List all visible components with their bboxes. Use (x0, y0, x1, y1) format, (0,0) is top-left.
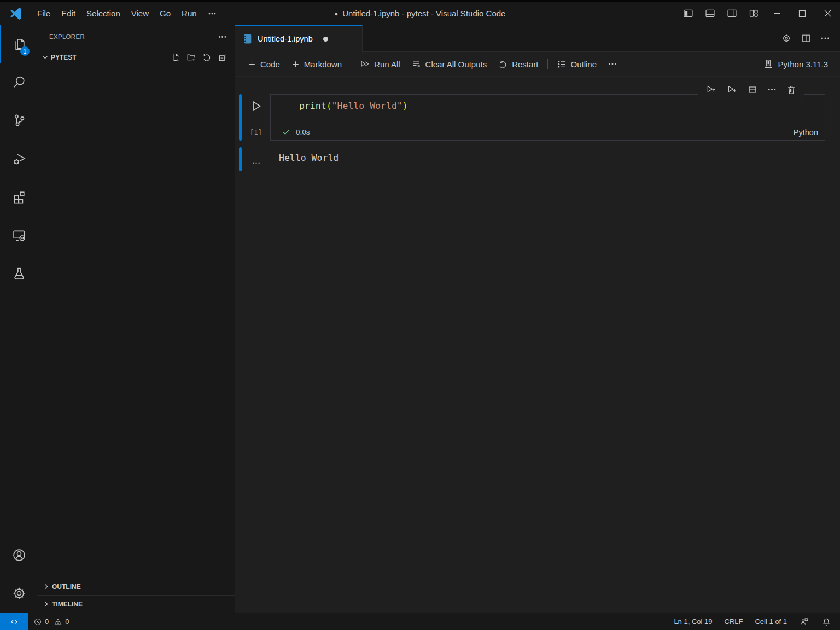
outline-button[interactable]: Outline (551, 56, 603, 72)
delete-cell-icon[interactable] (786, 84, 797, 95)
execute-above-icon[interactable] (705, 84, 717, 95)
cell-editor[interactable]: print("Hello World") 0.0s Python (270, 94, 825, 141)
titlebar: File Edit Selection View Go Run ● Untitl… (0, 0, 840, 25)
remote-explorer-icon (11, 228, 27, 243)
extensions-icon (11, 189, 27, 205)
activity-search[interactable] (0, 63, 38, 101)
editor-more-actions-icon[interactable] (820, 33, 830, 43)
minimize-button[interactable] (765, 3, 790, 24)
menu-view[interactable]: View (126, 6, 154, 21)
menu-edit[interactable]: Edit (56, 6, 81, 21)
activity-accounts[interactable] (0, 536, 38, 574)
sidebar-explorer: EXPLORER PYTEST (38, 25, 235, 612)
cursor-position[interactable]: Ln 1, Col 19 (668, 613, 718, 630)
chevron-right-icon (42, 582, 51, 591)
cell-gutter: [1] (242, 94, 270, 141)
add-code-label: Code (260, 60, 280, 69)
activity-remote-explorer[interactable] (0, 216, 38, 254)
problems-indicator[interactable]: 0 0 (28, 613, 74, 630)
sidebar-section-timeline[interactable]: TIMELINE (38, 595, 235, 612)
new-folder-icon[interactable] (186, 52, 196, 62)
cell-position-indicator[interactable]: Cell 1 of 1 (749, 613, 793, 630)
eol-indicator[interactable]: CRLF (719, 613, 749, 630)
window-title: ● Untitled-1.ipynb - pytest - Visual Stu… (335, 9, 506, 18)
notebook-settings-gear-icon[interactable] (781, 33, 792, 44)
tab-dirty-dot-icon[interactable] (323, 37, 328, 42)
explorer-badge: 1 (20, 46, 30, 56)
sidebar-section-pytest[interactable]: PYTEST (38, 49, 235, 66)
restart-label: Restart (512, 60, 538, 69)
status-bar: 0 0 Ln 1, Col 19 CRLF Cell 1 of 1 (0, 612, 840, 630)
cell-execution-duration: 0.0s (296, 128, 310, 136)
timeline-section-label: TIMELINE (52, 600, 83, 608)
toolbar-separator (547, 59, 548, 69)
activity-testing[interactable] (0, 254, 38, 293)
close-button[interactable] (815, 3, 840, 24)
code-cell[interactable]: [1] print("Hello World") 0.0s Python (239, 94, 840, 141)
menu-selection[interactable]: Selection (81, 6, 126, 21)
project-folder-name: PYTEST (51, 54, 77, 61)
customize-layout-icon[interactable] (743, 3, 765, 24)
toggle-secondary-sidebar-icon[interactable] (721, 3, 743, 24)
kernel-picker[interactable]: Python 3.11.3 (763, 59, 840, 69)
cell-output[interactable]: Hello World (239, 147, 840, 171)
tab-bar: Untitled-1.ipynb (235, 25, 840, 52)
feedback-indicator[interactable] (793, 613, 815, 630)
new-file-icon[interactable] (170, 52, 180, 62)
token-paren-close: ) (402, 101, 408, 111)
cell-language-picker[interactable]: Python (794, 128, 818, 137)
activity-run-debug[interactable] (0, 139, 38, 178)
account-icon (11, 547, 27, 563)
split-editor-icon[interactable] (801, 33, 812, 44)
run-all-button[interactable]: Run All (354, 56, 406, 72)
toggle-panel-icon[interactable] (699, 3, 721, 24)
maximize-button[interactable] (790, 3, 815, 24)
search-icon (11, 74, 27, 90)
notifications-indicator[interactable] (815, 613, 840, 630)
run-debug-icon (11, 151, 27, 166)
activity-extensions[interactable] (0, 178, 38, 216)
cell-toolbar (698, 79, 804, 100)
menu-go[interactable]: Go (154, 6, 176, 21)
execute-below-icon[interactable] (726, 84, 738, 95)
activity-explorer[interactable]: 1 (0, 25, 38, 63)
split-cell-icon[interactable] (747, 84, 758, 95)
menu-file[interactable]: File (32, 6, 56, 21)
output-more-actions-icon[interactable] (252, 155, 260, 171)
add-markdown-label: Markdown (304, 60, 342, 69)
output-text: Hello World (270, 147, 339, 171)
restart-icon (498, 59, 508, 69)
collapse-all-icon[interactable] (218, 52, 228, 62)
run-all-label: Run All (374, 60, 400, 69)
activity-source-control[interactable] (0, 101, 38, 139)
menu-run[interactable]: Run (176, 6, 202, 21)
toggle-primary-sidebar-icon[interactable] (677, 3, 699, 24)
toolbar-more-actions[interactable] (602, 56, 623, 72)
error-count: 0 (45, 617, 49, 626)
success-check-icon (282, 127, 291, 137)
add-code-cell-button[interactable]: Code (242, 56, 285, 72)
remote-indicator[interactable] (0, 613, 28, 630)
explorer-more-actions-icon[interactable] (218, 32, 227, 42)
clear-all-outputs-button[interactable]: Clear All Outputs (406, 56, 493, 72)
menu-overflow-icon[interactable] (202, 7, 222, 21)
cell-status-bar: 0.0s Python (271, 127, 825, 140)
cell-more-actions-icon[interactable] (767, 85, 777, 94)
plus-icon (247, 60, 256, 69)
run-all-icon (360, 59, 370, 69)
outline-label: Outline (571, 60, 597, 69)
restart-kernel-button[interactable]: Restart (492, 56, 544, 72)
notebook-canvas[interactable]: [1] print("Hello World") 0.0s Python (235, 77, 840, 612)
kernel-label: Python 3.11.3 (778, 60, 828, 69)
refresh-icon[interactable] (202, 52, 212, 62)
testing-flask-icon (11, 266, 27, 281)
kernel-environment-icon (763, 59, 774, 69)
sidebar-section-outline[interactable]: OUTLINE (38, 578, 235, 595)
tab-untitled-notebook[interactable]: Untitled-1.ipynb (235, 25, 363, 52)
file-tree-empty-area[interactable] (38, 66, 235, 578)
activity-settings[interactable] (0, 574, 38, 612)
chevron-right-icon (42, 599, 51, 609)
plus-icon (291, 60, 300, 69)
run-cell-button[interactable] (248, 98, 264, 114)
add-markdown-cell-button[interactable]: Markdown (285, 56, 347, 72)
